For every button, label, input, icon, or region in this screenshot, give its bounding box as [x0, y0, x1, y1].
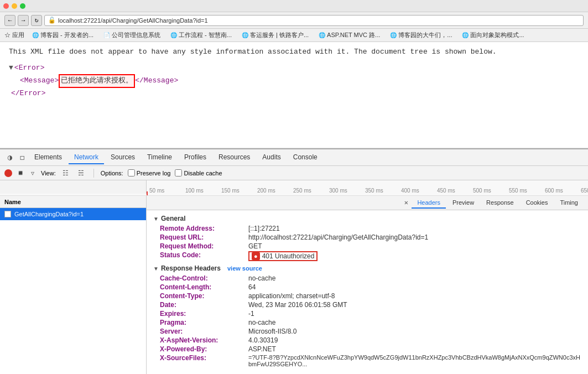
filter-button[interactable]: ▿ [29, 169, 37, 177]
tab-timeline[interactable]: Timeline [142, 151, 178, 164]
remote-address-key: Remote Address: [160, 225, 248, 232]
response-headers-section-title: ▼ Response Headers view source [153, 264, 581, 272]
view-source-link[interactable]: view source [227, 265, 262, 272]
ruler-500ms: 500 ms [473, 188, 509, 194]
request-url-value: http://localhost:27221/api/Charging/GetA… [248, 233, 428, 241]
pragma-row: Pragma: no-cache [160, 319, 581, 326]
xml-collapse-triangle[interactable]: ▼ [9, 63, 13, 74]
bookmark-company[interactable]: 📄 公司管理信息系统 [100, 30, 164, 40]
content-type-row: Content-Type: application/xml; charset=u… [160, 292, 581, 300]
bookmark-icon: 🌐 [32, 32, 39, 38]
timeline-ruler: 50 ms 100 ms 150 ms 200 ms 250 ms 300 ms… [0, 180, 588, 196]
tab-sources[interactable]: Sources [105, 151, 141, 164]
maximize-window-btn[interactable] [20, 3, 25, 9]
minimize-window-btn[interactable] [12, 3, 17, 9]
disable-cache-checkbox-label[interactable]: Disable cache [175, 169, 222, 176]
bookmark-blog2-icon: 🌐 [390, 32, 397, 38]
date-value: Wed, 23 Mar 2016 06:01:58 GMT [248, 301, 347, 309]
x-aspnet-version-key: X-AspNet-Version: [160, 336, 248, 344]
bookmark-oop-icon: 🌐 [462, 32, 469, 38]
bookmark-workflow[interactable]: 🌐 工作流程 - 智慧南... [167, 30, 235, 40]
general-toggle[interactable]: ▼ [153, 216, 159, 222]
request-item-1[interactable]: GetAllChargingData?id=1 [0, 208, 146, 220]
x-source-files-value: =?UTF-8?B?YzpcdXNlcnNceWFuZ3hpYW9qdW5cZG… [248, 354, 581, 367]
preserve-log-checkbox-label[interactable]: Preserve log [128, 169, 171, 176]
ruler-350ms: 350 ms [365, 188, 401, 194]
tab-console[interactable]: Console [288, 151, 323, 164]
disable-cache-checkbox[interactable] [175, 169, 182, 176]
details-panel: ✕ Headers Preview Response Cookies Timin… [147, 196, 588, 374]
request-url-key: Request URL: [160, 233, 248, 241]
bookmark-oop[interactable]: 🌐 面向对象架构模式... [459, 30, 527, 40]
tab-resources[interactable]: Resources [213, 151, 256, 164]
x-powered-by-row: X-Powered-By: ASP.NET [160, 345, 581, 353]
tab-profiles[interactable]: Profiles [179, 151, 212, 164]
request-method-value: GET [248, 242, 262, 250]
ruler-600ms: 600 ms [545, 188, 581, 194]
ruler-150ms: 150 ms [221, 188, 257, 194]
details-tab-response[interactable]: Response [481, 198, 519, 209]
request-item-name: GetAllChargingData?id=1 [14, 211, 84, 217]
inspect-element-btn[interactable]: ◑ [4, 152, 15, 163]
device-mode-btn[interactable]: ◻ [17, 152, 28, 163]
list-view-btn[interactable]: ☷ [60, 168, 71, 179]
remote-address-row: Remote Address: [::1]:27221 [160, 225, 581, 232]
xml-message-line: <Message>已拒绝为此请求授权。</Message> [9, 74, 579, 88]
status-code-dot: ● [252, 252, 260, 260]
remote-address-value: [::1]:27221 [248, 225, 280, 232]
bookmark-transport-label: 客运服务 | 铁路客户... [250, 31, 309, 39]
bookmark-item[interactable]: 🌐 博客园 - 开发者的... [29, 30, 97, 40]
response-headers-toggle[interactable]: ▼ [153, 266, 159, 272]
bookmark-blog2[interactable]: 🌐 博客园的大牛们，... [387, 30, 455, 40]
x-powered-by-value: ASP.NET [248, 345, 276, 353]
clear-button[interactable]: ◾ [17, 169, 24, 177]
bookmark-workflow-icon: 🌐 [170, 32, 177, 38]
xml-tree: ▼ <Error> <Message>已拒绝为此请求授权。</Message> … [9, 63, 579, 99]
request-url-row: Request URL: http://localhost:27221/api/… [160, 233, 581, 241]
preserve-log-text: Preserve log [137, 170, 171, 176]
close-window-btn[interactable] [3, 3, 9, 9]
tab-network[interactable]: Network [69, 151, 104, 164]
separator1 [93, 169, 94, 178]
bookmark-aspnet[interactable]: 🌐 ASP.NET MVC 路... [315, 30, 383, 40]
bookmark-transport[interactable]: 🌐 客运服务 | 铁路客户... [238, 30, 312, 40]
response-headers-title-text: Response Headers [161, 264, 221, 272]
forward-button[interactable]: → [18, 15, 29, 26]
page-content: This XML file does not appear to have an… [0, 42, 588, 148]
details-tab-preview[interactable]: Preview [447, 198, 480, 209]
devtools-panel: ◑ ◻ Elements Network Sources Timeline Pr… [0, 148, 588, 374]
request-method-key: Request Method: [160, 242, 248, 250]
tab-elements[interactable]: Elements [29, 151, 67, 164]
preserve-log-checkbox[interactable] [128, 169, 135, 176]
refresh-button[interactable]: ↻ [31, 15, 42, 26]
network-toolbar: ◾ ▿ View: ☷ ☵ Options: Preserve log Disa… [0, 166, 588, 180]
general-section-title: ▼ General [153, 215, 581, 222]
x-source-files-row: X-SourceFiles: =?UTF-8?B?YzpcdXNlcnNceWF… [160, 354, 581, 367]
requests-header: Name [0, 196, 146, 208]
response-headers-content: Cache-Control: no-cache Content-Length: … [153, 274, 581, 367]
disable-cache-text: Disable cache [184, 170, 222, 176]
x-aspnet-version-value: 4.0.30319 [248, 336, 278, 344]
bookmark-oop-label: 面向对象架构模式... [470, 31, 524, 39]
content-length-key: Content-Length: [160, 283, 248, 291]
headers-content: ▼ General Remote Address: [::1]:27221 Re… [147, 210, 588, 374]
view-label: View: [41, 170, 56, 176]
back-button[interactable]: ← [4, 15, 15, 26]
ruler-200ms: 200 ms [257, 188, 293, 194]
address-bar[interactable]: 🔓 localhost:27221/api/Charging/GetAllCha… [44, 15, 584, 26]
bookmark-aspnet-label: ASP.NET MVC 路... [327, 31, 380, 39]
request-item-icon [4, 211, 11, 217]
devtools-tabs-bar: ◑ ◻ Elements Network Sources Timeline Pr… [0, 149, 588, 166]
record-button[interactable] [4, 169, 12, 177]
close-details-btn[interactable]: ✕ [402, 199, 410, 207]
request-method-row: Request Method: GET [160, 242, 581, 250]
details-tabs-bar: ✕ Headers Preview Response Cookies Timin… [147, 196, 588, 210]
large-view-btn[interactable]: ☵ [76, 168, 87, 179]
ruler-100ms: 100 ms [185, 188, 221, 194]
details-tab-timing[interactable]: Timing [554, 198, 584, 209]
ruler-650ms: 650 ms [581, 188, 588, 194]
tab-audits[interactable]: Audits [257, 151, 286, 164]
details-tab-cookies[interactable]: Cookies [521, 198, 554, 209]
bookmark-workflow-label: 工作流程 - 智慧南... [179, 31, 232, 39]
details-tab-headers[interactable]: Headers [412, 198, 446, 209]
